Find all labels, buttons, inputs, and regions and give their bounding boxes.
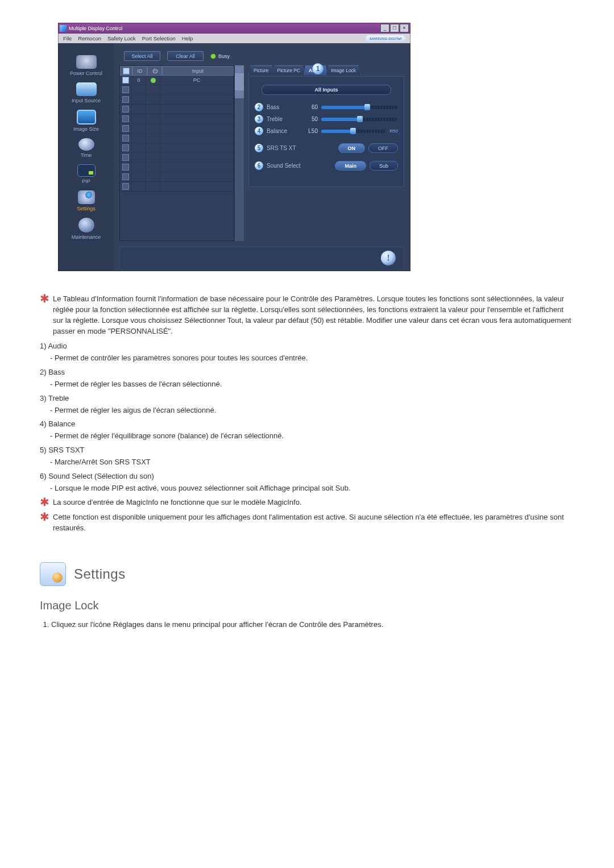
- row-checkbox[interactable]: [122, 86, 129, 93]
- status-footer: !: [119, 247, 404, 271]
- sidebar-item-pip[interactable]: PIP: [63, 163, 110, 188]
- col-id[interactable]: ID: [132, 66, 147, 76]
- menu-safety-lock[interactable]: Safety Lock: [107, 35, 136, 41]
- table-row[interactable]: [120, 134, 234, 143]
- panel-tabs: Picture Picture PC Audio Image Lock 1: [248, 65, 404, 75]
- treble-slider[interactable]: [321, 118, 398, 121]
- srs-off-button[interactable]: OFF: [368, 143, 398, 153]
- list-item: 2) Bass- Permet de régler les basses de …: [40, 367, 574, 390]
- row-checkbox[interactable]: [122, 135, 129, 142]
- steps-list: Cliquez sur l'icône Réglages dans le men…: [51, 620, 574, 630]
- callout-badge-1: 1: [312, 63, 323, 74]
- bass-slider[interactable]: [321, 106, 398, 109]
- table-row[interactable]: [120, 114, 234, 124]
- table-row[interactable]: 0 PC: [120, 76, 234, 85]
- table-row[interactable]: [120, 172, 234, 182]
- row-checkbox[interactable]: [122, 96, 129, 103]
- srs-on-button[interactable]: ON: [338, 143, 366, 153]
- checkbox-icon: [123, 68, 130, 74]
- menu-file[interactable]: File: [63, 35, 72, 41]
- select-all-button[interactable]: Select All: [124, 51, 160, 61]
- menu-help[interactable]: Help: [182, 35, 193, 41]
- all-inputs-button[interactable]: All Inputs: [262, 85, 392, 95]
- row-checkbox[interactable]: [122, 125, 129, 132]
- table-row[interactable]: [120, 85, 234, 95]
- close-button[interactable]: ×: [400, 24, 409, 32]
- title-bar[interactable]: Multiple Display Control _ □ ×: [58, 23, 410, 34]
- col-power[interactable]: ⏻: [147, 66, 162, 76]
- step-item: Cliquez sur l'icône Réglages dans le men…: [51, 620, 574, 630]
- sidebar-item-input-source[interactable]: Input Source: [63, 81, 110, 107]
- scroll-down-icon[interactable]: [235, 90, 244, 98]
- row-checkbox[interactable]: [122, 106, 129, 113]
- table-row[interactable]: [120, 124, 234, 134]
- sidebar-item-time[interactable]: Time: [63, 136, 110, 161]
- settings-section-icon: [40, 562, 66, 586]
- sidebar-item-image-size[interactable]: Image Size: [63, 108, 110, 135]
- menu-port-selection[interactable]: Port Selection: [142, 35, 176, 41]
- alert-icon: !: [381, 251, 396, 265]
- app-icon: [60, 25, 67, 32]
- sidebar: Power Control Input Source Image Size Ti…: [59, 43, 114, 271]
- row-checkbox[interactable]: [122, 183, 129, 190]
- menu-bar: File Remocon Safety Lock Port Selection …: [58, 34, 410, 43]
- section-title: Settings: [74, 564, 126, 584]
- callout-badge-2: 2: [255, 103, 263, 111]
- minimize-button[interactable]: _: [380, 24, 389, 32]
- slider-row-bass: 2 Bass 60: [255, 103, 398, 111]
- window-title: Multiple Display Control: [69, 26, 123, 31]
- table-row[interactable]: [120, 95, 234, 105]
- row-sound-select: 6 Sound Select Main Sub: [255, 161, 398, 171]
- sidebar-item-power-control[interactable]: Power Control: [63, 53, 110, 80]
- app-body: Power Control Input Source Image Size Ti…: [58, 43, 410, 271]
- table-row[interactable]: [120, 182, 234, 192]
- document-body: ✱ Le Tableau d'Information fournit l'inf…: [40, 294, 574, 630]
- settings-icon: [78, 190, 95, 204]
- table-row[interactable]: [120, 143, 234, 153]
- scroll-up-icon[interactable]: [235, 65, 244, 73]
- maximize-button[interactable]: □: [390, 24, 399, 32]
- sound-main-button[interactable]: Main: [335, 161, 366, 171]
- busy-indicator: Busy: [210, 53, 230, 59]
- clear-all-button[interactable]: Clear All: [167, 51, 204, 61]
- balance-slider[interactable]: [321, 130, 385, 133]
- list-item: 5) SRS TSXT- Marche/Arrêt Son SRS TSXT: [40, 445, 574, 468]
- app-window: Multiple Display Control _ □ × File Remo…: [58, 23, 410, 271]
- time-icon: [78, 138, 94, 151]
- scroll-thumb[interactable]: [235, 73, 244, 90]
- image-size-icon: [77, 110, 96, 124]
- row-checkbox[interactable]: [122, 115, 129, 122]
- display-table: ID ⏻ Input 0 PC: [119, 65, 234, 241]
- col-checkbox[interactable]: [120, 66, 132, 76]
- maintenance-icon: [78, 218, 94, 232]
- row-checkbox[interactable]: [122, 164, 129, 171]
- table-row[interactable]: [120, 105, 234, 114]
- callout-badge-5: 5: [255, 144, 263, 152]
- sidebar-item-settings[interactable]: Settings: [63, 189, 110, 215]
- star-icon: ✱: [40, 511, 49, 534]
- row-srs-tsxt: 5 SRS TS XT ON OFF: [255, 143, 398, 153]
- sidebar-item-maintenance[interactable]: Maintenance: [63, 216, 110, 243]
- busy-dot-icon: [210, 53, 216, 59]
- tab-picture[interactable]: Picture: [248, 65, 273, 75]
- scrollbar[interactable]: [234, 65, 244, 241]
- menu-remocon[interactable]: Remocon: [78, 35, 101, 41]
- tab-image-lock[interactable]: Image Lock: [326, 65, 361, 75]
- note-paragraph: ✱ Cette fonction est disponible uniqueme…: [40, 512, 574, 534]
- table-row[interactable]: [120, 163, 234, 172]
- star-icon: ✱: [40, 293, 49, 337]
- table-row[interactable]: [120, 153, 234, 163]
- slider-row-treble: 3 Treble 50: [255, 115, 398, 123]
- tab-picture-pc[interactable]: Picture PC: [272, 65, 305, 75]
- power-status-icon: [151, 78, 156, 83]
- row-checkbox[interactable]: [122, 77, 129, 84]
- row-checkbox[interactable]: [122, 154, 129, 161]
- settings-panel: Picture Picture PC Audio Image Lock 1 Al…: [248, 65, 404, 241]
- callout-badge-6: 6: [255, 161, 263, 170]
- row-checkbox[interactable]: [122, 173, 129, 180]
- col-input[interactable]: Input: [162, 66, 234, 76]
- list-item: 6) Sound Select (Sélection du son)- Lors…: [40, 471, 574, 494]
- sound-sub-button[interactable]: Sub: [370, 161, 398, 171]
- note-paragraph: ✱ Le Tableau d'Information fournit l'inf…: [40, 294, 574, 337]
- row-checkbox[interactable]: [122, 144, 129, 151]
